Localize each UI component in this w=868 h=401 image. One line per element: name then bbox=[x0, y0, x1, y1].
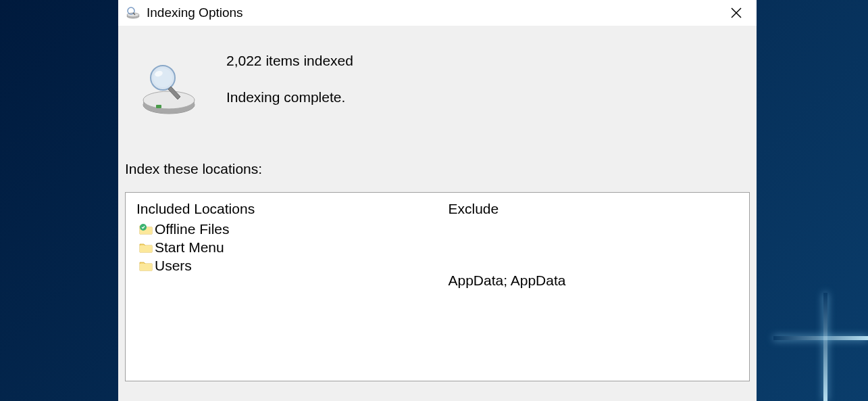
svg-point-8 bbox=[143, 91, 195, 109]
svg-point-11 bbox=[153, 68, 172, 87]
indexing-large-icon bbox=[138, 60, 199, 120]
svg-rect-9 bbox=[156, 105, 161, 108]
indexing-options-window: Indexing Options bbox=[118, 0, 757, 401]
exclude-header: Exclude bbox=[449, 201, 739, 217]
indexing-title-icon bbox=[125, 5, 141, 21]
included-locations-header: Included Locations bbox=[136, 201, 427, 217]
window-content: 2,022 items indexed Indexing complete. I… bbox=[118, 26, 757, 401]
folder-icon bbox=[139, 260, 153, 272]
window-title: Indexing Options bbox=[147, 5, 716, 20]
exclude-column: Exclude AppData; AppData bbox=[438, 193, 750, 381]
status-text-block: 2,022 items indexed Indexing complete. bbox=[226, 46, 353, 105]
title-bar: Indexing Options bbox=[118, 0, 757, 26]
list-item-label: Offline Files bbox=[155, 221, 230, 237]
list-item[interactable]: Offline Files bbox=[139, 221, 427, 237]
locations-table: Included Locations Offline Files bbox=[125, 192, 750, 381]
offline-files-icon bbox=[139, 223, 153, 235]
exclude-value: AppData; AppData bbox=[449, 273, 739, 289]
close-button[interactable] bbox=[716, 0, 757, 26]
indexing-status-message: Indexing complete. bbox=[226, 89, 353, 105]
status-area: 2,022 items indexed Indexing complete. bbox=[118, 26, 757, 141]
index-locations-label: Index these locations: bbox=[118, 161, 757, 184]
items-indexed-count: 2,022 items indexed bbox=[226, 53, 353, 69]
list-item-label: Users bbox=[155, 258, 192, 274]
list-item-label: Start Menu bbox=[155, 239, 224, 256]
folder-icon bbox=[139, 241, 153, 254]
close-icon bbox=[731, 7, 742, 18]
list-item[interactable]: Start Menu bbox=[139, 239, 427, 256]
list-item[interactable]: Users bbox=[139, 258, 427, 274]
included-locations-column: Included Locations Offline Files bbox=[126, 193, 438, 381]
